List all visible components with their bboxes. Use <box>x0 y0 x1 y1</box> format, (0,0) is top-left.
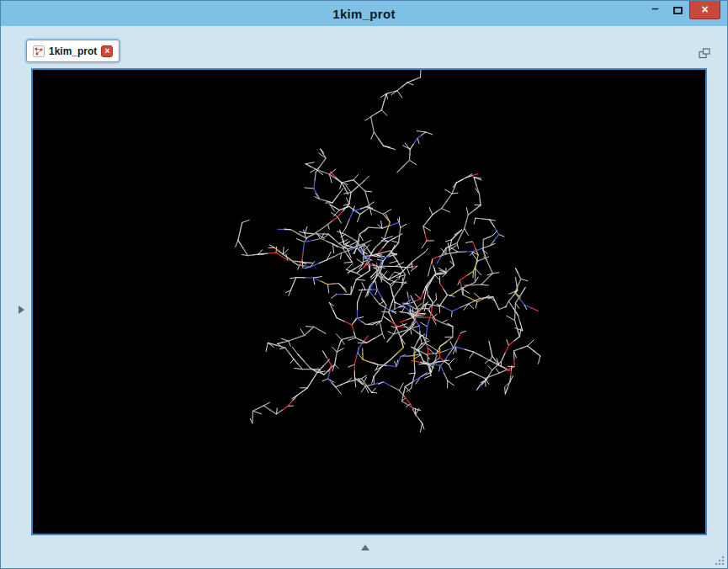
window-controls: – × <box>644 1 720 19</box>
viewport <box>31 68 707 535</box>
maximize-icon <box>673 7 683 14</box>
minimize-button[interactable]: – <box>644 1 667 19</box>
molecule-icon <box>33 45 45 57</box>
expand-left-panel-arrow[interactable] <box>19 306 24 314</box>
app-window: 1kim_prot – × 1kim_prot × <box>0 0 728 569</box>
tab-1kim-prot[interactable]: 1kim_prot × <box>26 40 120 62</box>
tab-close-button[interactable]: × <box>101 45 113 57</box>
undock-icon[interactable] <box>699 48 710 59</box>
tab-label: 1kim_prot <box>49 45 97 57</box>
maximize-button[interactable] <box>667 1 689 19</box>
resize-grip[interactable] <box>713 554 725 566</box>
minimize-icon: – <box>651 2 658 14</box>
window-title: 1kim_prot <box>332 7 395 21</box>
close-button[interactable]: × <box>689 1 720 19</box>
tab-bar: 1kim_prot × <box>26 40 120 62</box>
expand-bottom-panel-arrow[interactable] <box>361 545 369 550</box>
titlebar[interactable]: 1kim_prot <box>1 1 727 26</box>
molecule-canvas[interactable] <box>33 70 705 534</box>
close-icon: × <box>701 3 708 15</box>
